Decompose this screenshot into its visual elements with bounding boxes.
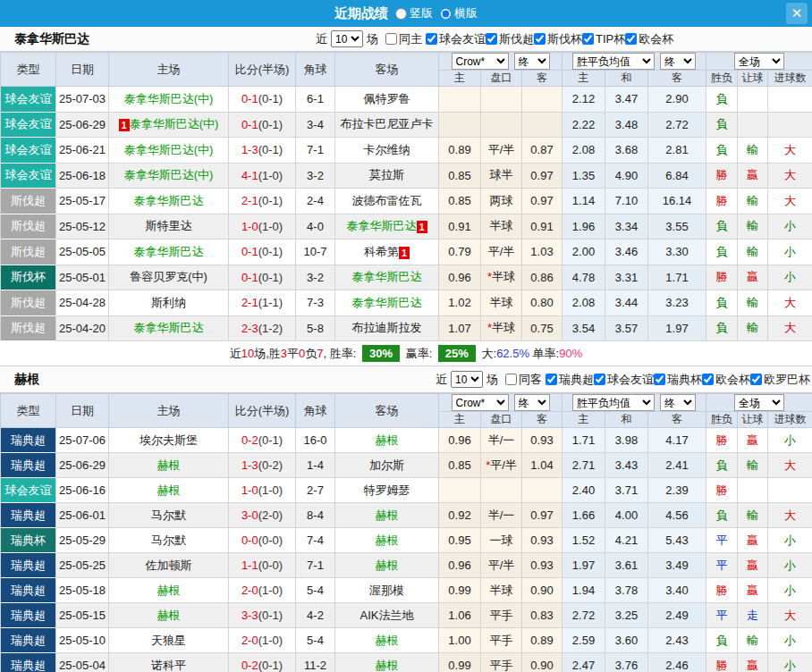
mean-away: 2.81: [648, 138, 706, 164]
home-odds: [439, 478, 481, 503]
wdl-mean-select[interactable]: 胜平负均值: [572, 53, 655, 70]
home-odds: 0.96: [439, 265, 481, 290]
league-filter-球会友谊[interactable]: 球会友谊: [426, 31, 486, 47]
home-team-match-table: 类型日期主场比分(半场)角球客场Crow*终胜平负均值终全场主盘口客主和客胜负让…: [0, 52, 812, 341]
match-type-badge: 球会友谊: [1, 138, 56, 164]
match-count-select[interactable]: 10: [331, 30, 363, 47]
league-filter-欧罗巴杯[interactable]: 欧罗巴杯: [750, 372, 810, 388]
handicap-result: 輸: [738, 239, 768, 265]
score-cell: 0-1(0-1): [229, 265, 296, 290]
column-header-比分(半场): 比分(半场): [229, 394, 296, 428]
home-odds: 0.96: [439, 428, 481, 453]
home-odds: 1.00: [439, 628, 481, 653]
away-odds: 1.04: [522, 453, 562, 478]
vertical-layout-radio[interactable]: [395, 8, 407, 20]
full-time-score: 0-2: [241, 659, 258, 672]
full-match-select[interactable]: 全场: [734, 53, 784, 70]
league-filter-欧会杯[interactable]: 欧会杯: [702, 372, 750, 388]
home-odds: [439, 112, 481, 138]
full-time-score: 4-1: [241, 169, 258, 182]
match-row: 瑞典超25-06-29赫根1-3(0-2)1-4加尔斯0.85*平/半1.042…: [1, 453, 812, 478]
live-star: *: [486, 458, 490, 472]
crow-odds-select[interactable]: Crow*: [452, 394, 509, 411]
league-checkbox[interactable]: [426, 33, 437, 45]
league-checkbox[interactable]: [486, 33, 497, 45]
home-odds: 0.85: [439, 163, 481, 189]
full-match-select[interactable]: 全场: [734, 394, 784, 411]
league-filter-欧会杯[interactable]: 欧会杯: [625, 31, 673, 47]
win-draw-loss-result: 負: [706, 503, 738, 528]
full-time-score: 2-0: [241, 584, 258, 597]
handicap-result: 贏: [738, 428, 768, 453]
full-time-score: 2-1: [241, 296, 258, 309]
summary-text: 单率:: [529, 346, 559, 362]
full-time-score: 1-0: [241, 220, 258, 233]
final-odds-select[interactable]: 终: [514, 394, 550, 411]
crow-odds-select[interactable]: Crow*: [452, 53, 509, 70]
match-type-badge: 瑞典超: [1, 653, 56, 672]
final-odds-select[interactable]: 终: [514, 53, 550, 70]
same-venue-checkbox[interactable]: [385, 33, 397, 45]
goals-result: 大: [768, 503, 812, 528]
opponent-team-name: 科希第: [364, 245, 399, 258]
mean-home: 2.40: [562, 478, 605, 503]
league-checkbox[interactable]: [534, 33, 546, 45]
handicap-result: 贏: [738, 265, 768, 290]
mean-away: 3.30: [648, 239, 706, 265]
sub-column-header-进球数: 进球数: [768, 412, 812, 428]
win-draw-loss-result: 負: [706, 239, 738, 265]
close-icon[interactable]: ✕: [786, 3, 808, 24]
half-time-score: (0-1): [258, 245, 283, 258]
focus-team-name: 泰拿华斯巴达(中): [124, 168, 214, 181]
full-time-score: 0-1: [241, 245, 258, 258]
mean-away: 2.49: [648, 603, 706, 628]
horizontal-layout-radio[interactable]: [440, 8, 452, 20]
corners-cell: 7-1: [296, 553, 335, 578]
column-header-类型: 类型: [1, 53, 56, 87]
column-header-角球: 角球: [296, 53, 335, 87]
win-draw-loss-result: 平: [706, 528, 738, 553]
league-filter-TIP杯[interactable]: TIP杯: [582, 31, 625, 47]
handicap-result: 輸: [738, 214, 768, 239]
match-type-badge: 球会友谊: [1, 478, 56, 503]
league-filter-瑞典杯[interactable]: 瑞典杯: [654, 372, 702, 388]
mean-away: 16.14: [648, 189, 706, 214]
focus-team-name: 泰拿华斯巴达: [352, 270, 422, 283]
layout-vertical-option[interactable]: 竖版: [392, 5, 433, 21]
final-mean-select[interactable]: 终: [660, 394, 696, 411]
home-odds: 0.91: [439, 214, 481, 239]
wdl-mean-select[interactable]: 胜平负均值: [572, 394, 655, 411]
league-filter-斯伐杯[interactable]: 斯伐杯: [534, 31, 582, 47]
mean-draw: 3.48: [605, 112, 648, 138]
league-filter-斯伐超[interactable]: 斯伐超: [486, 31, 534, 47]
same-venue-filter[interactable]: 同主: [385, 31, 422, 47]
goals-result: [768, 478, 812, 503]
match-row: 瑞典超25-05-10天狼星2-0(1-0)5-4赫根1.00平手0.892.5…: [1, 628, 812, 653]
home-odds: 0.85: [439, 189, 481, 214]
score-cell: 0-1(0-1): [229, 87, 296, 113]
league-checkbox[interactable]: [654, 374, 665, 385]
same-venue-checkbox[interactable]: [505, 374, 517, 385]
league-checkbox[interactable]: [582, 33, 594, 45]
half-time-score: (2-0): [258, 508, 283, 522]
goals-result: [768, 112, 812, 138]
league-checkbox[interactable]: [546, 374, 557, 385]
select-group: 胜平负均值终: [562, 394, 706, 411]
handicap: 半/一: [481, 503, 522, 528]
match-count-select[interactable]: 10: [451, 371, 483, 388]
half-time-score: (0-1): [258, 118, 283, 131]
league-checkbox[interactable]: [594, 374, 605, 385]
goals-result: 大: [768, 315, 812, 341]
league-filter-球会友谊[interactable]: 球会友谊: [594, 372, 654, 388]
final-mean-select[interactable]: 终: [660, 53, 696, 70]
league-checkbox[interactable]: [625, 33, 637, 45]
league-checkbox[interactable]: [702, 374, 714, 385]
select-group: 全场: [706, 53, 812, 70]
league-checkbox[interactable]: [750, 374, 762, 385]
league-filter-瑞典超[interactable]: 瑞典超: [546, 372, 594, 388]
same-venue-filter[interactable]: 同客: [505, 372, 542, 388]
layout-horizontal-option[interactable]: 横版: [436, 5, 478, 21]
full-time-score: 2-0: [241, 634, 258, 647]
sub-column-header-胜负: 胜负: [706, 412, 738, 428]
same-venue-label: 同客: [519, 372, 542, 388]
